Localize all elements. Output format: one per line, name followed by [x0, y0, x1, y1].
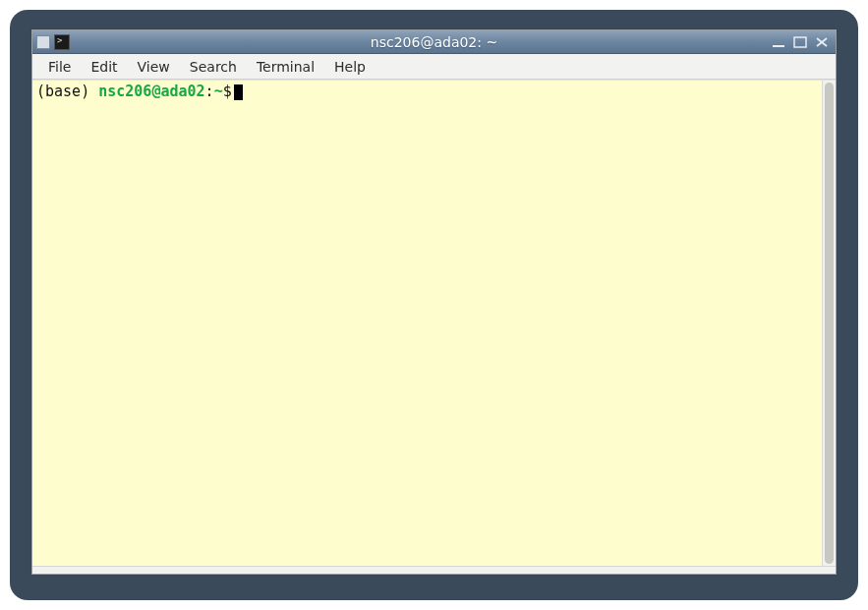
maximize-button[interactable]: [790, 33, 810, 51]
scrollbar-thumb[interactable]: [825, 83, 834, 564]
window-menu-icon[interactable]: [36, 35, 50, 49]
menu-edit[interactable]: Edit: [81, 57, 127, 77]
prompt-symbol: $: [223, 83, 232, 100]
titlebar-left: [36, 34, 70, 50]
close-icon: [814, 35, 830, 49]
window-title: nsc206@ada02: ~: [32, 34, 836, 50]
menubar: File Edit View Search Terminal Help: [32, 54, 836, 80]
prompt-path: ~: [214, 83, 223, 100]
svg-rect-1: [794, 37, 806, 47]
titlebar[interactable]: nsc206@ada02: ~: [32, 30, 836, 54]
titlebar-right: [769, 33, 832, 51]
prompt-env-prefix: (base): [36, 83, 98, 100]
menu-view[interactable]: View: [128, 57, 180, 77]
maximize-icon: [792, 35, 808, 49]
menu-terminal[interactable]: Terminal: [247, 57, 324, 77]
svg-rect-0: [773, 45, 784, 47]
terminal-window: nsc206@ada02: ~: [31, 29, 837, 575]
menu-help[interactable]: Help: [324, 57, 376, 77]
terminal-app-icon: [54, 34, 70, 50]
terminal-body-wrap: (base) nsc206@ada02:~$: [32, 80, 836, 566]
prompt-separator: :: [205, 83, 214, 100]
menu-search[interactable]: Search: [180, 57, 247, 77]
cursor-icon: [234, 84, 243, 100]
prompt-user-host: nsc206@ada02: [98, 83, 204, 100]
terminal-area[interactable]: (base) nsc206@ada02:~$: [32, 81, 822, 566]
menu-file[interactable]: File: [38, 57, 81, 77]
vertical-scrollbar[interactable]: [822, 81, 836, 566]
window-bottom-strip: [32, 566, 836, 574]
minimize-button[interactable]: [769, 33, 788, 51]
desktop-frame: nsc206@ada02: ~: [10, 10, 858, 600]
minimize-icon: [771, 35, 786, 49]
close-button[interactable]: [812, 33, 832, 51]
